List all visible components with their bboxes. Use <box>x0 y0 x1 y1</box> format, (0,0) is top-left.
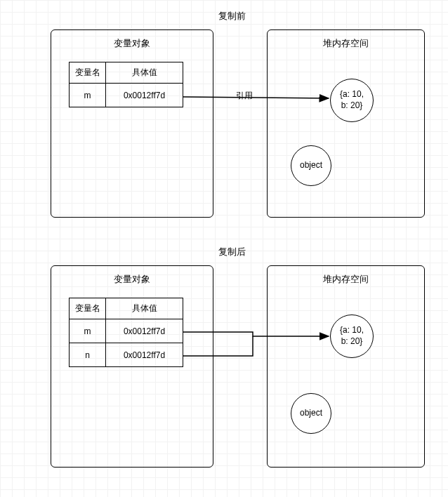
heap-object-label-text: object <box>300 160 322 171</box>
heap-object-content: {a: 10, b: 20} <box>340 89 364 111</box>
cell-value: 0x0012ff7d <box>106 343 183 367</box>
panel-varobj-title-before: 变量对象 <box>51 37 213 50</box>
heap-object-before: {a: 10, b: 20} <box>330 79 374 122</box>
panel-heap-after: 堆内存空间 <box>267 265 425 468</box>
table-row: m 0x0012ff7d <box>70 319 183 343</box>
edge-label-reference: 引用 <box>236 90 253 102</box>
panel-varobj-title-after: 变量对象 <box>51 273 213 286</box>
th-name: 变量名 <box>70 62 106 84</box>
th-name: 变量名 <box>70 298 106 319</box>
section-title-after: 复制后 <box>197 246 267 258</box>
section-title-before: 复制前 <box>197 10 267 22</box>
th-value: 具体值 <box>106 298 183 319</box>
panel-heap-title-before: 堆内存空间 <box>268 37 424 50</box>
cell-name: m <box>70 319 106 343</box>
cell-name: n <box>70 343 106 367</box>
cell-name: m <box>70 84 106 107</box>
cell-value: 0x0012ff7d <box>106 84 183 107</box>
heap-object-after: {a: 10, b: 20} <box>330 314 374 358</box>
table-row: m 0x0012ff7d <box>70 84 183 107</box>
panel-heap-before: 堆内存空间 <box>267 29 425 218</box>
var-table-after: 变量名 具体值 m 0x0012ff7d n 0x0012ff7d <box>69 298 183 367</box>
table-header-row: 变量名 具体值 <box>70 298 183 319</box>
heap-object-label-text: object <box>300 408 322 419</box>
th-value: 具体值 <box>106 62 183 84</box>
panel-varobj-before: 变量对象 <box>51 29 213 218</box>
cell-value: 0x0012ff7d <box>106 319 183 343</box>
var-table-before: 变量名 具体值 m 0x0012ff7d <box>69 62 183 107</box>
heap-object-content: {a: 10, b: 20} <box>340 325 364 347</box>
heap-object-label-before: object <box>291 145 331 186</box>
panel-heap-title-after: 堆内存空间 <box>268 273 424 286</box>
table-row: n 0x0012ff7d <box>70 343 183 367</box>
table-header-row: 变量名 具体值 <box>70 62 183 84</box>
heap-object-label-after: object <box>291 393 331 434</box>
